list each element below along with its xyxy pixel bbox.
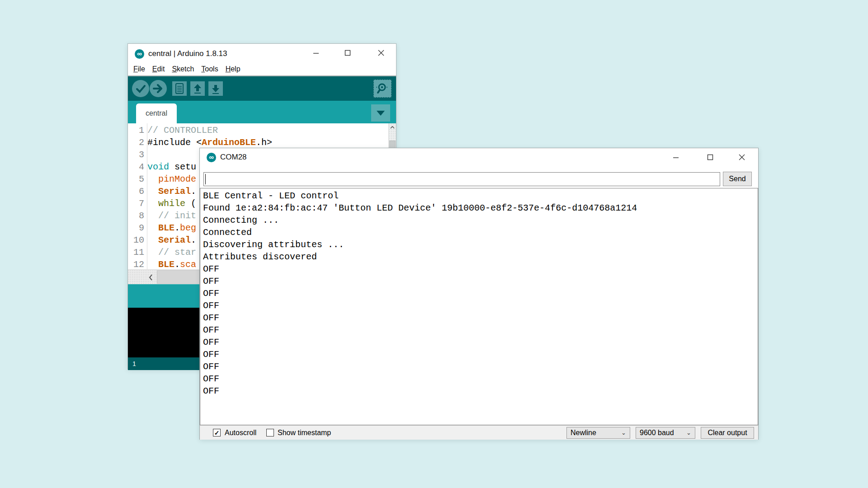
serial-output-line: OFF: [203, 336, 755, 348]
save-button[interactable]: [208, 81, 223, 96]
chevron-down-icon: ⌄: [621, 427, 626, 438]
code-line: #include <ArduinoBLE.h>: [147, 136, 388, 149]
menu-tools[interactable]: Tools: [198, 64, 222, 75]
line-ending-select[interactable]: Newline ⌄: [566, 427, 630, 439]
arduino-logo-icon: ∞: [135, 49, 144, 59]
arduino-logo-icon: ∞: [207, 153, 216, 162]
show-timestamp-label: Show timestamp: [278, 429, 331, 437]
baud-rate-select[interactable]: 9600 baud ⌄: [636, 427, 695, 439]
line-number: 10: [128, 234, 147, 246]
serial-titlebar[interactable]: ∞ COM28: [200, 148, 758, 168]
serial-monitor-button[interactable]: [373, 80, 392, 98]
menu-bar: FileEditSketchToolsHelp: [128, 64, 396, 75]
upload-button[interactable]: [150, 80, 167, 97]
verify-button[interactable]: [132, 80, 149, 97]
serial-output-line: Discovering attributes ...: [203, 239, 755, 251]
menu-help[interactable]: Help: [222, 64, 244, 75]
serial-output-line: Connecting ...: [203, 214, 755, 226]
serial-output[interactable]: BLE Central - LED controlFound 1e:a2:84:…: [200, 188, 758, 425]
tab-bar: central: [128, 101, 396, 123]
line-number: 5: [128, 173, 147, 185]
scroll-up-icon[interactable]: [389, 123, 396, 131]
serial-monitor-icon: [376, 82, 389, 95]
save-icon: [208, 81, 223, 96]
gutter: 123456789101112: [128, 124, 147, 269]
serial-output-line: OFF: [203, 348, 755, 361]
verify-icon: [132, 80, 149, 97]
minimize-button[interactable]: [666, 148, 686, 166]
tab-menu-button[interactable]: [371, 104, 390, 122]
serial-send-input[interactable]: [203, 172, 720, 186]
chevron-down-icon: [377, 111, 385, 116]
autoscroll-label: Autoscroll: [225, 429, 256, 437]
line-number: 7: [128, 197, 147, 210]
menu-edit[interactable]: Edit: [149, 64, 169, 75]
line-number: 4: [128, 161, 147, 173]
clear-output-button[interactable]: Clear output: [701, 427, 754, 439]
serial-output-line: OFF: [203, 275, 755, 287]
scroll-left-icon[interactable]: [145, 270, 156, 285]
line-number: 11: [128, 246, 147, 258]
maximize-button[interactable]: [338, 44, 358, 62]
serial-bottom-bar: Autoscroll Show timestamp Newline ⌄ 9600…: [200, 425, 758, 440]
serial-output-line: OFF: [203, 361, 755, 373]
line-number: 6: [128, 185, 147, 197]
serial-window-title: COM28: [220, 153, 247, 162]
chevron-down-icon: ⌄: [686, 427, 691, 438]
maximize-button[interactable]: [700, 148, 720, 166]
open-button[interactable]: [190, 81, 205, 96]
line-number: 9: [128, 222, 147, 234]
autoscroll-checkbox[interactable]: [213, 429, 221, 436]
upload-icon: [150, 80, 167, 97]
ide-toolbar: [128, 76, 396, 101]
serial-output-line: OFF: [203, 300, 755, 312]
menu-sketch[interactable]: Sketch: [168, 64, 198, 75]
baud-rate-value: 9600 baud: [640, 429, 674, 436]
serial-output-line: Connected: [203, 226, 755, 239]
line-number: 1: [128, 124, 147, 136]
line-number: 8: [128, 210, 147, 222]
show-timestamp-checkbox[interactable]: [266, 429, 274, 436]
text-caret: [205, 174, 206, 184]
serial-output-line: OFF: [203, 287, 755, 300]
open-icon: [190, 81, 205, 96]
minimize-button[interactable]: [306, 44, 326, 62]
new-sketch-icon: [172, 81, 187, 96]
serial-output-line: Attributes discovered: [203, 251, 755, 263]
serial-output-line: OFF: [203, 312, 755, 324]
new-sketch-button[interactable]: [172, 81, 187, 96]
tab-central[interactable]: central: [136, 103, 177, 123]
line-number: 12: [128, 258, 147, 269]
line-ending-value: Newline: [571, 429, 596, 436]
serial-output-line: OFF: [203, 385, 755, 397]
serial-output-line: OFF: [203, 324, 755, 336]
ide-window-title: central | Arduino 1.8.13: [148, 49, 227, 58]
serial-output-line: OFF: [203, 373, 755, 385]
status-line-number: 1: [132, 360, 136, 367]
serial-output-line: Found 1e:a2:84:fb:ac:47 'Button LED Devi…: [203, 202, 755, 214]
serial-output-line: OFF: [203, 263, 755, 275]
menu-file[interactable]: File: [130, 64, 149, 75]
line-number: 2: [128, 136, 147, 149]
close-button[interactable]: [371, 44, 391, 62]
ide-titlebar[interactable]: ∞ central | Arduino 1.8.13: [128, 44, 396, 64]
serial-monitor-window: ∞ COM28 Send BLE Central - LED controlFo…: [199, 148, 759, 440]
send-button[interactable]: Send: [723, 172, 752, 186]
code-line: // CONTROLLER: [147, 124, 388, 136]
close-button[interactable]: [732, 148, 752, 166]
line-number: 3: [128, 149, 147, 161]
serial-output-line: BLE Central - LED control: [203, 190, 755, 202]
